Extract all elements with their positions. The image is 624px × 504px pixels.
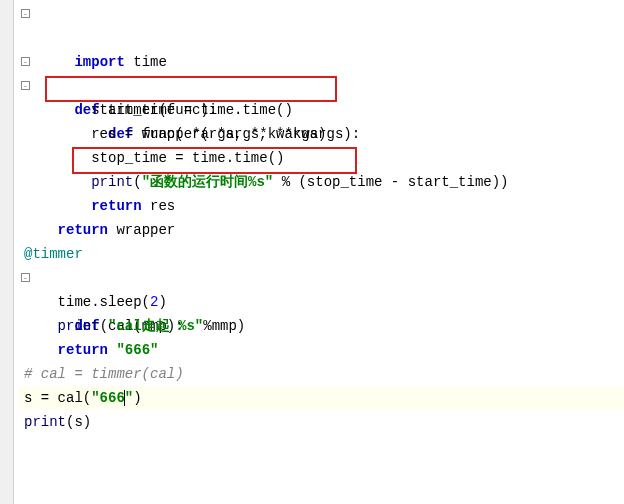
code-text: ) (133, 390, 141, 406)
code-line[interactable]: stop_time = time.time() (18, 146, 624, 170)
code-text: ) (158, 294, 166, 310)
decorator: @timmer (24, 246, 83, 262)
code-text: (s) (66, 414, 91, 430)
string-literal: "函数的运行时间%s" (142, 174, 274, 190)
code-text: %mmp) (203, 318, 245, 334)
code-line[interactable]: - def wrapper( *args, **kwargs): (18, 74, 624, 98)
code-editor[interactable]: - import time - def timmer(func): - def … (0, 0, 624, 504)
code-line[interactable]: time.sleep(2) (18, 290, 624, 314)
code-line-active[interactable]: s = cal("666") (18, 386, 624, 410)
indent (24, 294, 58, 310)
code-line[interactable]: res = func( *args, **kwargs) (18, 122, 624, 146)
code-line[interactable]: start_time = time.time() (18, 98, 624, 122)
code-line[interactable]: - def timmer(func): (18, 50, 624, 74)
indent (24, 174, 91, 190)
indent (24, 126, 91, 142)
code-line[interactable]: # cal = timmer(cal) (18, 362, 624, 386)
code-text: s = cal( (24, 390, 91, 406)
fold-gutter (0, 0, 14, 504)
code-text: ( (133, 174, 141, 190)
code-line[interactable]: return "666" (18, 338, 624, 362)
code-line[interactable]: - import time (18, 2, 624, 26)
code-text: stop_time = time.time() (91, 150, 284, 166)
builtin-print: print (24, 414, 66, 430)
code-line[interactable]: print("函数的运行时间%s" % (stop_time - start_t… (18, 170, 624, 194)
code-text: start_time = time.time() (91, 102, 293, 118)
code-area[interactable]: - import time - def timmer(func): - def … (14, 2, 624, 434)
code-line[interactable]: return wrapper (18, 218, 624, 242)
fold-marker[interactable]: - (21, 57, 30, 66)
string-literal: " (125, 390, 133, 406)
fold-marker[interactable]: - (21, 81, 30, 90)
indent (24, 318, 58, 334)
keyword-return: return (91, 198, 141, 214)
string-literal: "666" (116, 342, 158, 358)
builtin-print: print (91, 174, 133, 190)
code-line[interactable]: return res (18, 194, 624, 218)
indent (24, 222, 58, 238)
fold-marker[interactable]: - (21, 9, 30, 18)
indent (24, 150, 91, 166)
indent (24, 102, 91, 118)
code-line[interactable]: @timmer (18, 242, 624, 266)
fold-marker[interactable]: - (21, 273, 30, 282)
indent (24, 198, 91, 214)
code-line[interactable]: - def cal(mmp): (18, 266, 624, 290)
comment: # cal = timmer(cal) (24, 366, 184, 382)
code-line[interactable]: print(s) (18, 410, 624, 434)
keyword-return: return (58, 222, 108, 238)
code-line[interactable]: print("cal走起 %s"%mmp) (18, 314, 624, 338)
builtin-print: print (58, 318, 100, 334)
code-text: wrapper (108, 222, 175, 238)
code-line[interactable] (18, 26, 624, 50)
string-literal: "666 (91, 390, 125, 406)
code-text: res (142, 198, 176, 214)
code-text: res = func( *args, **kwargs) (91, 126, 326, 142)
string-literal: "cal走起 %s" (108, 318, 203, 334)
indent (24, 342, 58, 358)
code-text: time.sleep( (58, 294, 150, 310)
code-text: ( (100, 318, 108, 334)
keyword-return: return (58, 342, 108, 358)
code-text: % (stop_time - start_time)) (273, 174, 508, 190)
